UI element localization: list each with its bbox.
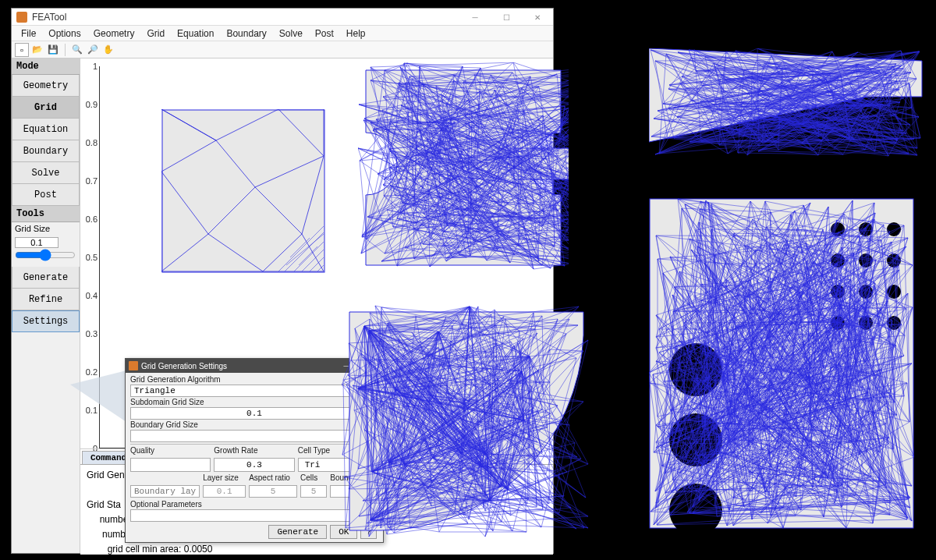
boundary-gridsize-label: Boundary Grid Size bbox=[130, 420, 378, 430]
mode-post[interactable]: Post bbox=[12, 184, 80, 206]
dialog-maximize-icon[interactable]: ☐ bbox=[358, 362, 364, 370]
tools-header: Tools bbox=[12, 206, 80, 222]
app-icon bbox=[16, 12, 27, 23]
dialog-help-button[interactable]: ? bbox=[360, 525, 377, 539]
celltype-select[interactable]: Tri bbox=[298, 458, 378, 472]
boundary-gridsize-input[interactable] bbox=[130, 430, 378, 442]
menu-options[interactable]: Options bbox=[42, 28, 87, 39]
toolbar: ▫ 📂 💾 🔍 🔎 ✋ bbox=[12, 41, 553, 58]
quality-label: Quality bbox=[130, 446, 211, 455]
optional-label: Optional Parameters bbox=[130, 499, 378, 509]
svg-point-11 bbox=[831, 253, 845, 268]
boundaries-input[interactable] bbox=[330, 485, 378, 498]
svg-point-7 bbox=[669, 484, 722, 529]
aspect-input[interactable] bbox=[249, 485, 297, 498]
quality-input[interactable] bbox=[130, 458, 211, 472]
svg-point-9 bbox=[859, 222, 873, 236]
subdomain-input[interactable] bbox=[130, 407, 378, 420]
mode-grid[interactable]: Grid bbox=[12, 97, 80, 119]
zoom-out-icon[interactable]: 🔎 bbox=[86, 43, 100, 57]
mode-header: Mode bbox=[12, 58, 80, 75]
optional-input[interactable] bbox=[130, 509, 378, 522]
svg-point-5 bbox=[669, 343, 722, 396]
titlebar: FEATool ─ ☐ ✕ bbox=[12, 9, 553, 26]
close-button[interactable]: ✕ bbox=[522, 9, 553, 26]
svg-marker-0 bbox=[70, 370, 126, 422]
algorithm-label: Grid Generation Algorithm bbox=[130, 374, 378, 385]
dialog-icon bbox=[129, 361, 138, 370]
mesh-wedge bbox=[649, 48, 925, 173]
cells-input[interactable] bbox=[300, 485, 327, 498]
dialog-ok-button[interactable]: OK bbox=[330, 525, 357, 539]
maximize-button[interactable]: ☐ bbox=[491, 9, 522, 26]
menu-grid[interactable]: Grid bbox=[140, 28, 171, 39]
menu-solve[interactable]: Solve bbox=[273, 28, 309, 39]
menu-help[interactable]: Help bbox=[340, 28, 372, 39]
boundaries-label: Boundaries bbox=[330, 473, 378, 482]
dialog-minimize-icon[interactable]: ─ bbox=[344, 362, 349, 370]
svg-point-10 bbox=[887, 222, 901, 236]
svg-point-14 bbox=[831, 285, 845, 299]
window-title: FEATool bbox=[32, 12, 66, 23]
menu-geometry[interactable]: Geometry bbox=[87, 28, 141, 39]
dialog-title: Grid Generation Settings bbox=[141, 362, 227, 370]
menu-post[interactable]: Post bbox=[309, 28, 340, 39]
dialog-generate-button[interactable]: Generate bbox=[268, 525, 327, 539]
svg-point-16 bbox=[887, 285, 901, 299]
menu-equation[interactable]: Equation bbox=[171, 28, 220, 39]
layersize-input[interactable] bbox=[203, 485, 246, 498]
dialog-titlebar[interactable]: Grid Generation Settings ─ ☐ ✕ bbox=[126, 359, 383, 373]
new-icon[interactable]: ▫ bbox=[15, 43, 29, 57]
menubar: File Options Geometry Grid Equation Boun… bbox=[12, 26, 553, 41]
svg-point-6 bbox=[669, 413, 722, 466]
menu-boundary[interactable]: Boundary bbox=[220, 28, 272, 39]
svg-point-18 bbox=[859, 316, 873, 330]
grid-size-label: Grid Size bbox=[12, 222, 80, 235]
minimize-button[interactable]: ─ bbox=[459, 9, 491, 26]
zoom-in-icon[interactable]: 🔍 bbox=[70, 43, 84, 57]
settings-button[interactable]: Settings bbox=[12, 310, 80, 332]
sidebar: Mode Geometry Grid Equation Boundary Sol… bbox=[12, 58, 80, 553]
pan-icon[interactable]: ✋ bbox=[101, 43, 115, 57]
toolbar-divider bbox=[65, 44, 66, 56]
mode-boundary[interactable]: Boundary bbox=[12, 140, 80, 162]
svg-point-19 bbox=[887, 316, 901, 330]
subdomain-label: Subdomain Grid Size bbox=[130, 397, 378, 407]
mode-geometry[interactable]: Geometry bbox=[12, 75, 80, 97]
refine-button[interactable]: Refine bbox=[12, 289, 80, 310]
svg-point-13 bbox=[887, 253, 901, 268]
aspect-label: Aspect ratio bbox=[249, 473, 297, 482]
svg-marker-3 bbox=[649, 48, 922, 142]
svg-point-17 bbox=[831, 316, 845, 330]
mode-equation[interactable]: Equation bbox=[12, 119, 80, 140]
celltype-label: Cell Type bbox=[298, 446, 378, 455]
layersize-label: Layer size bbox=[203, 473, 246, 482]
blayers-input[interactable] bbox=[130, 485, 200, 498]
mode-solve[interactable]: Solve bbox=[12, 162, 80, 184]
save-icon[interactable]: 💾 bbox=[46, 43, 60, 57]
svg-point-15 bbox=[859, 285, 873, 299]
cells-label: Cells bbox=[300, 473, 327, 482]
open-icon[interactable]: 📂 bbox=[30, 43, 44, 57]
dialog-close-icon[interactable]: ✕ bbox=[374, 362, 380, 370]
grid-size-input[interactable] bbox=[15, 237, 58, 248]
svg-point-8 bbox=[831, 222, 845, 236]
settings-callout bbox=[70, 370, 126, 422]
grid-size-slider[interactable] bbox=[15, 250, 76, 261]
svg-point-12 bbox=[859, 253, 873, 268]
grid-settings-dialog: Grid Generation Settings ─ ☐ ✕ Grid Gene… bbox=[125, 358, 384, 543]
algorithm-input[interactable] bbox=[130, 385, 378, 397]
mesh-plate-holes bbox=[649, 198, 914, 529]
svg-rect-4 bbox=[650, 199, 913, 528]
menu-file[interactable]: File bbox=[15, 28, 42, 39]
growth-label: Growth Rate bbox=[214, 446, 294, 455]
growth-input[interactable] bbox=[214, 458, 294, 472]
generate-button[interactable]: Generate bbox=[12, 267, 80, 289]
